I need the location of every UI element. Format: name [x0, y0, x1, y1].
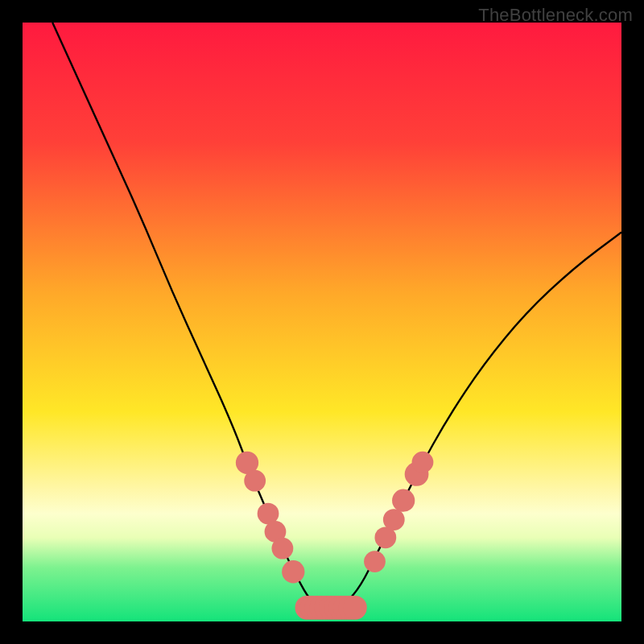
marker-dot	[364, 551, 386, 572]
watermark-text: TheBottleneck.com	[478, 5, 633, 26]
marker-dot	[412, 452, 434, 473]
marker-dot	[392, 489, 415, 512]
marker-dot	[343, 596, 367, 620]
marker-dot	[383, 509, 405, 530]
gradient-background	[23, 23, 621, 621]
marker-dot	[244, 470, 266, 492]
marker-dot	[282, 560, 304, 583]
chart-svg	[23, 23, 621, 621]
plot-area	[23, 23, 621, 621]
marker-dot	[272, 538, 294, 559]
chart-frame: TheBottleneck.com	[0, 0, 644, 644]
